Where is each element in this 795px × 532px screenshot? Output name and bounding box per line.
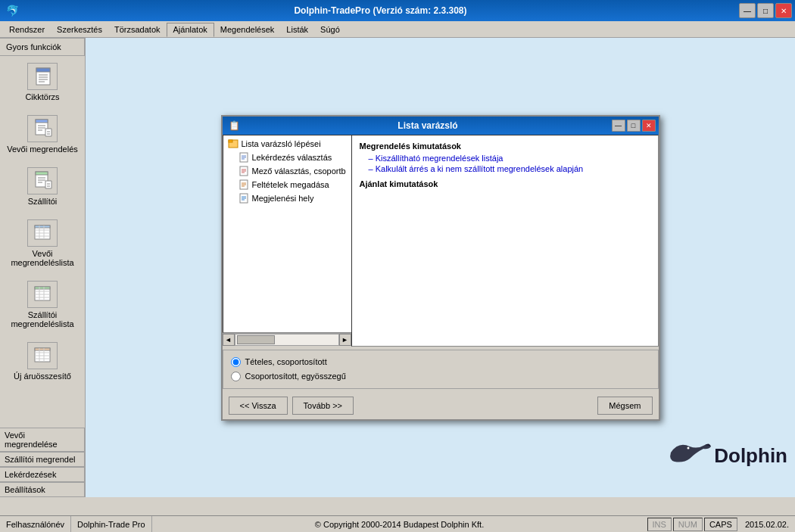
app-icon: 🐬: [6, 5, 19, 17]
svg-marker-19: [45, 181, 51, 188]
link-kiszallithato[interactable]: Kiszállítható megrendelések listája: [360, 154, 650, 163]
sidebar-item-aruu[interactable]: Új áruösszesítő: [0, 335, 85, 387]
svg-marker-11: [45, 129, 51, 136]
menu-ajanlatok[interactable]: Ajánlatok: [167, 23, 214, 37]
tree-item-lekerdezés[interactable]: Lekérdezés választás: [235, 151, 350, 164]
szallitoi-label: Szállítói: [28, 197, 58, 206]
cikktorzs-icon: [27, 63, 58, 90]
tree-root-icon: [228, 138, 238, 149]
scroll-thumb[interactable]: [237, 335, 275, 344]
svg-rect-1: [36, 68, 50, 72]
dialog-title: Lista varázsló: [398, 120, 457, 131]
dialog-close[interactable]: ✕: [642, 120, 656, 132]
dialog-icon: 📋: [229, 120, 240, 131]
dialog-footer: << Vissza Tovább >> Mégsem: [223, 392, 659, 419]
szallitoi-lista-icon: [27, 281, 58, 308]
dialog-controls: — □ ✕: [612, 120, 656, 132]
aruu-label: Új áruösszesítő: [14, 372, 71, 381]
tree-item-mezo[interactable]: Mező választás, csoportb: [235, 164, 350, 178]
svg-rect-23: [35, 226, 50, 228]
scroll-track[interactable]: [235, 334, 339, 346]
status-copyright: © Copyright 2000-2014 Budapest Dolphin K…: [152, 520, 647, 529]
sidebar-header: Gyors funkciók: [0, 38, 85, 56]
scroll-left-btn[interactable]: ◄: [223, 334, 235, 346]
link-kalkulalt[interactable]: Kalkulált árrés a ki nem szállított megr…: [360, 164, 650, 173]
menu-szerkesztes[interactable]: Szerkesztés: [51, 23, 108, 36]
scroll-right-btn[interactable]: ►: [339, 334, 351, 346]
cikktorzs-label: Cikktörzs: [25, 92, 59, 101]
menu-bar: Rendszer Szerkesztés Törzsadatok Ajánlat…: [0, 21, 795, 38]
menu-rendszer[interactable]: Rendszer: [3, 23, 51, 36]
status-ins: INS: [647, 518, 672, 531]
dialog-overlay: 📋 Lista varázsló — □ ✕: [86, 38, 795, 497]
radio-teteles-input[interactable]: [231, 357, 241, 367]
app-title: Dolphin-TradePro (Verzió szám: 2.3.308): [22, 5, 739, 16]
vevoi-icon: [27, 115, 58, 142]
menu-sugo[interactable]: Súgó: [314, 23, 346, 36]
tree-item-icon: [238, 152, 249, 163]
status-appname: Dolphin-Trade Pro: [71, 516, 151, 532]
close-button[interactable]: ✕: [775, 3, 792, 18]
tree-feltetelek-icon: [238, 179, 249, 190]
status-caps: CAPS: [704, 518, 737, 531]
szallitoi-icon: [27, 167, 58, 194]
dialog-minimize[interactable]: —: [612, 120, 625, 132]
menu-torzsadatok[interactable]: Törzsadatok: [108, 23, 167, 36]
aruu-icon: [27, 342, 58, 369]
radio-csoportositott-input[interactable]: [231, 372, 241, 381]
tree-panel[interactable]: Lista varázsló lépései Lekérdezés válasz…: [223, 135, 351, 333]
menu-listak[interactable]: Listák: [280, 23, 314, 36]
back-button[interactable]: << Vissza: [229, 397, 288, 415]
title-bar: 🐬 Dolphin-TradePro (Verzió szám: 2.3.308…: [0, 0, 795, 21]
lista-varazso-dialog: 📋 Lista varázsló — □ ✕: [221, 115, 660, 421]
svg-rect-7: [36, 120, 48, 123]
sidebar-btn-beallitasok[interactable]: Beállítások: [0, 482, 85, 497]
sidebar-item-cikktorzs[interactable]: Cikktörzs: [0, 56, 85, 108]
sidebar: Gyors funkciók Cikktörzs: [0, 38, 86, 497]
sidebar-item-szallitoi[interactable]: Szállítói: [0, 160, 85, 213]
tree-megjelenesi-icon: [238, 193, 249, 204]
tree-scrollbar[interactable]: ◄ ►: [223, 333, 351, 347]
sidebar-item-vevoi-lista[interactable]: Vevői megrendeléslista: [0, 213, 85, 274]
menu-megrendelesek[interactable]: Megendelések: [214, 23, 281, 36]
sidebar-btn-szallitoi[interactable]: Szállítói megrendel: [0, 452, 85, 467]
section2-title: Ajánlat kimutatások: [360, 179, 650, 188]
svg-rect-15: [36, 172, 48, 175]
maximize-button[interactable]: □: [757, 3, 774, 18]
svg-rect-37: [35, 348, 50, 350]
tree-mezo-icon: [238, 166, 249, 176]
svg-rect-45: [229, 140, 232, 142]
tree-item-root[interactable]: Lista varázsló lépései: [225, 137, 350, 151]
radio-csoportositott[interactable]: Csoportosított, egyösszegű: [231, 369, 650, 384]
vevoi-lista-label: Vevői megrendeléslista: [4, 249, 81, 267]
szallitoi-lista-label: Szállítói megrendeléslista: [4, 310, 81, 328]
minimize-button[interactable]: —: [739, 3, 756, 18]
radio-teteles[interactable]: Tételes, csoportosított: [231, 355, 650, 369]
dialog-maximize[interactable]: □: [627, 120, 641, 132]
dialog-body: Lista varázsló lépései Lekérdezés válasz…: [223, 135, 659, 347]
content-panel: Megrendelés kimutatások Kiszállítható me…: [351, 135, 659, 347]
next-button[interactable]: Tovább >>: [292, 397, 354, 415]
tree-item-feltetelek[interactable]: Feltételek megadása: [235, 178, 350, 191]
status-bar: Felhasználónév Dolphin-Trade Pro © Copyr…: [0, 515, 795, 532]
sidebar-btn-vevoi[interactable]: Vevői megrendelése: [0, 428, 85, 452]
sidebar-bottom: Vevői megrendelése Szállítói megrendel L…: [0, 428, 85, 497]
sidebar-btn-lekerdezesek[interactable]: Lekérdezések: [0, 467, 85, 482]
main-area: Dolphin 📋 Lista varázsló — □ ✕: [86, 38, 795, 497]
status-username: Felhasználónév: [0, 516, 71, 532]
radio-area: Tételes, csoportosított Csoportosított, …: [223, 350, 659, 389]
sidebar-item-vevoi[interactable]: Vevői megrendelés: [0, 108, 85, 160]
dialog-titlebar: 📋 Lista varázsló — □ ✕: [223, 117, 659, 135]
window-controls: — □ ✕: [739, 3, 792, 18]
status-date: 2015.02.02.: [739, 520, 795, 529]
tree-item-megjelenesi[interactable]: Megjelenési hely: [235, 191, 350, 205]
sidebar-item-szallitoi-lista[interactable]: Szállítói megrendeléslista: [0, 274, 85, 335]
status-num: NUM: [673, 518, 703, 531]
vevoi-lista-icon: [27, 219, 58, 247]
tree-wrapper: Lista varázsló lépései Lekérdezés válasz…: [223, 135, 351, 347]
section1-title: Megrendelés kimutatások: [360, 142, 650, 151]
svg-rect-30: [35, 287, 50, 289]
cancel-button[interactable]: Mégsem: [597, 397, 652, 415]
status-indicators: INS NUM CAPS 2015.02.02.: [647, 518, 796, 531]
vevoi-label: Vevői megrendelés: [7, 145, 78, 154]
